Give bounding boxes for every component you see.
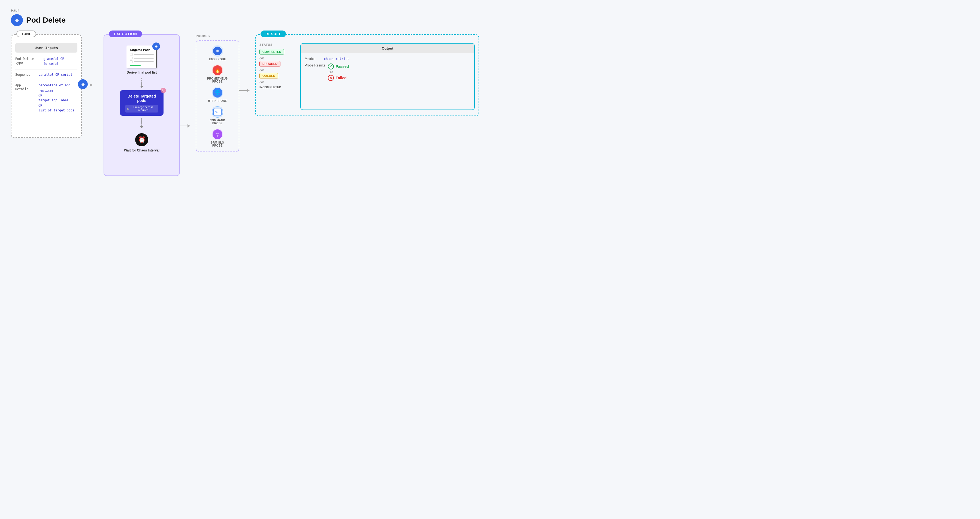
svg-text:🌐: 🌐 [215,90,221,96]
tune-row-pod-delete: Pod Delete type graceful OR forceful [15,56,77,70]
privilege-label: Privilege access required [130,106,156,112]
k8s-probe-item: ⎈ K8S PROBE [200,45,235,61]
status-errored: ERRORED [259,61,280,67]
output-column: Output Metrics chaos metrics Probe Resul… [300,43,475,110]
probes-to-result-connector [239,89,250,92]
tune-section: TUNE User Inputs Pod Delete type gracefu… [11,34,82,138]
delete-targeted-pods-card: Delete Targeted pods ⊕ Privilege access … [120,90,164,116]
user-inputs-header: User Inputs [15,43,77,52]
probe-results-label: Probe Results [305,63,325,67]
check-icon: ✓ [328,63,334,70]
passed-label: Passed [336,64,349,69]
probe-or: OR [328,71,349,74]
delete-pods-label: Delete Targeted pods [126,94,158,103]
wait-label: Wait for Chaos Interval [124,149,159,152]
page-fault-label: Fault [11,8,479,13]
tune-box: User Inputs Pod Delete type graceful OR … [11,34,82,138]
execution-box: Targeted Pods [103,34,180,176]
metrics-value: chaos metrics [324,57,349,61]
svg-text:>_: >_ [215,110,220,114]
svg-text:↻: ↻ [162,89,165,92]
status-queued: QUEUED [259,73,278,78]
execution-section: EXECUTION Targeted Pods [103,34,180,176]
execution-to-probes-connector [180,124,190,127]
tune-label-pod-delete: Pod Delete type [15,56,41,65]
srm-slo-probe-item: ◎ SRM SLOPROBE [200,129,235,147]
probes-box: ⎈ K8S PROBE 🔥 PROMETHEUSPROBE [196,40,239,152]
privilege-icon: ⊕ [127,107,129,110]
or-2: OR [259,69,298,72]
status-column: STATUS COMPLETED OR ERRORED OR QUEUED OR… [259,43,298,110]
http-probe-label: HTTP PROBE [208,100,227,102]
svg-text:⎈: ⎈ [15,17,19,23]
tune-value-app-details: percentage of app replicas OR target app… [38,83,77,113]
result-failed: ✕ Failed [328,75,349,81]
diagram-container: TUNE User Inputs Pod Delete type gracefu… [11,34,479,176]
output-body: Metrics chaos metrics Probe Results ✓ Pa… [301,53,474,85]
http-probe-icon: 🌐 [212,87,223,98]
tune-value-pod-delete: graceful OR forceful [43,56,77,67]
probes-section: PROBES ⎈ K8S PROBE 🔥 [196,34,239,152]
prometheus-probe-label: PROMETHEUSPROBE [207,77,228,83]
tune-value-sequence: parallel OR serial [38,72,73,77]
svg-text:⎈: ⎈ [216,49,219,53]
privilege-badge: ⊕ Privilege access required [126,105,158,113]
svg-text:⎈: ⎈ [81,82,85,87]
srm-probe-label: SRM SLOPROBE [211,141,224,147]
derive-arrow [140,78,143,88]
prometheus-probe-icon: 🔥 [212,65,223,76]
or-3: OR [259,81,298,84]
k8s-probe-label: K8S PROBE [209,58,226,61]
k8s-probe-icon: ⎈ [212,45,223,57]
svg-text:⎈: ⎈ [155,44,158,49]
status-incompleted: INCOMPLETED [259,86,281,89]
x-icon: ✕ [328,75,334,81]
command-probe-item: >_ COMMANDPROBE [200,106,235,125]
srm-probe-icon: ◎ [212,129,223,140]
clock-icon: ⏰ [135,133,148,146]
command-probe-label: COMMANDPROBE [210,119,225,125]
execution-badge: EXECUTION [109,30,142,37]
derive-label: Derive final pod list [127,71,157,75]
svg-text:🔥: 🔥 [215,67,221,73]
targeted-pods-title: Targeted Pods [130,48,154,51]
probes-label: PROBES [196,34,239,38]
http-probe-item: 🌐 HTTP PROBE [200,87,235,102]
metrics-label: Metrics [305,57,321,61]
status-column-label: STATUS [259,43,298,46]
or-1: OR [259,57,298,60]
probe-results-values: ✓ Passed OR ✕ Failed [328,63,349,81]
tune-badge: TUNE [16,30,36,37]
result-passed: ✓ Passed [328,63,349,70]
tune-row-app-details: App Details percentage of app replicas O… [15,83,77,116]
tune-row-sequence: Sequence parallel OR serial [15,72,77,80]
status-completed: COMPLETED [259,49,284,54]
loop-icon: ↻ [160,87,166,94]
result-outer: STATUS COMPLETED OR ERRORED OR QUEUED OR… [255,34,479,116]
page-title: Pod Delete [26,16,66,24]
output-header: Output [301,44,474,53]
result-section: RESULT STATUS COMPLETED OR ERRORED OR QU… [255,34,479,116]
command-probe-icon: >_ [212,106,223,118]
wait-chaos-card: ⏰ Wait for Chaos Interval [124,133,159,152]
card-lines [130,53,154,66]
probe-results-row: Probe Results ✓ Passed OR ✕ Failed [305,63,470,81]
tune-label-app-details: App Details [15,83,36,91]
failed-label: Failed [336,76,346,80]
delete-to-wait-arrow [140,118,143,128]
k8s-title-icon: ⎈ [11,14,23,26]
targeted-pods-k8s-icon: ⎈ [152,43,160,51]
prometheus-probe-item: 🔥 PROMETHEUSPROBE [200,65,235,83]
k8s-connector-icon: ⎈ [78,79,88,90]
svg-text:◎: ◎ [216,132,220,137]
result-badge: RESULT [261,30,286,37]
tune-label-sequence: Sequence [15,72,36,76]
metrics-row: Metrics chaos metrics [305,57,470,61]
